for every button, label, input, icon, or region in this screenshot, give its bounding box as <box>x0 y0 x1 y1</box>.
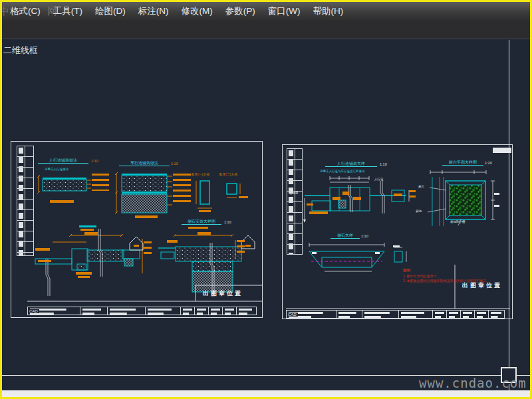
watermark-fragment: 中 <box>0 5 9 18</box>
dim-label-blur <box>38 260 51 262</box>
title-block-cell <box>180 307 195 315</box>
dim-label-blur <box>332 197 340 200</box>
menu-bar: 中 网 格式(C) 工具(T) 绘图(D) 标注(N) 修改(M) 参数(P) … <box>2 2 530 21</box>
dim-label-blur <box>409 190 416 201</box>
menu-window[interactable]: 窗口(W) <box>268 5 301 17</box>
title-block-cell <box>446 310 461 319</box>
section-mark-blur <box>245 245 251 247</box>
menu-dimension[interactable]: 标注(N) <box>138 5 169 17</box>
detail-title: 侧石大样 <box>331 233 360 239</box>
dim-label-blur <box>50 200 74 203</box>
dim-label-blur <box>494 193 499 195</box>
dim-label-blur <box>393 245 400 247</box>
title-block-cell: CAD <box>286 310 336 319</box>
viewport-visual-style-control[interactable]: 二维线框 <box>3 45 38 57</box>
menu-modify[interactable]: 修改(M) <box>182 5 213 17</box>
dim-label-blur <box>173 174 191 204</box>
dim-label-blur <box>78 276 90 278</box>
dim-label-blur <box>394 194 402 196</box>
menu-parametric[interactable]: 参数(P) <box>225 5 255 17</box>
title-block-cell <box>474 310 489 319</box>
detail-title: 车行道铺装做法 <box>119 161 170 166</box>
dim-label-blur <box>198 232 211 235</box>
subtitle-blur <box>80 229 94 231</box>
binding-strip <box>287 148 303 255</box>
menu-draw[interactable]: 绘图(D) <box>95 5 126 17</box>
title-block: CAD <box>286 310 510 319</box>
title-block-cell <box>460 310 475 319</box>
title-block-cell <box>222 307 237 315</box>
dim-label-blur <box>307 203 313 205</box>
detail-title: 人行道铺装做法 <box>38 158 88 164</box>
detail-scale: 1:10 <box>91 159 98 163</box>
detail-title: 道牙(二)大样 <box>219 172 237 176</box>
tree-grate-label: 树池防护栅 <box>450 220 466 223</box>
menu-format[interactable]: 格式(C) <box>10 5 41 17</box>
dim-label-blur <box>309 211 328 214</box>
dim-label-blur <box>342 192 349 195</box>
wall-label: 树池壁 <box>289 192 299 195</box>
title-block-cell <box>398 310 433 319</box>
detail-subtitle: 适用于人行道做法 <box>45 168 68 171</box>
dim-label-blur <box>84 232 98 235</box>
title-blur <box>79 225 96 227</box>
title-block-logo: CAD <box>29 309 39 313</box>
dim-label-blur <box>353 197 361 200</box>
title-block-cell <box>236 307 257 315</box>
status-bar <box>2 390 530 397</box>
title-block-cell <box>336 310 362 319</box>
title-block-cell <box>145 307 181 315</box>
left-drawing-sheet: 人行道铺装做法 1:10 适用于人行道做法 车行道铺装做法 1:10 道牙(一)… <box>11 141 263 318</box>
dim-label-blur <box>375 252 380 254</box>
notes-heading: 说明: <box>403 268 411 272</box>
menu-help[interactable]: 帮助(H) <box>313 5 343 17</box>
application-frame: 中 网 格式(C) 工具(T) 绘图(D) 标注(N) 修改(M) 参数(P) … <box>2 2 530 397</box>
title-block: CAD <box>27 307 262 315</box>
detail-scale: 1:10 <box>224 220 231 224</box>
detail-title: 树穴平面大样图 <box>442 160 483 166</box>
detail-scale: 1:10 <box>380 162 387 166</box>
section-mark-blur <box>134 245 139 247</box>
cad-application-window: { "menu": { "items": ["格式(C)", "工具(T)", … <box>0 0 532 399</box>
notes-line: 1. 图中尺寸均以毫米计。 <box>403 274 440 278</box>
dim-label-blur <box>494 205 499 207</box>
right-drawing-sheet: 人行道铺装大样 1:10 适用于人行道与车行道交汇处做法 人行道 树池壁 树穴平… <box>282 144 513 319</box>
detail-title: 道牙(一)大样 <box>191 172 209 176</box>
watermark-fragment: 网 <box>47 5 57 18</box>
title-block-cell <box>80 307 108 315</box>
tree-pool-label: 树池 <box>416 209 422 213</box>
dim-label-blur <box>167 240 178 243</box>
dim-label-blur <box>199 210 211 212</box>
site-watermark: www.cndao.com <box>419 376 527 390</box>
dim-label-blur <box>239 196 248 198</box>
stamp-placeholder-label: 出图章位置 <box>462 281 502 290</box>
dim-label-blur <box>237 240 245 253</box>
title-block-cell <box>488 310 505 319</box>
title-block-cell <box>432 310 447 319</box>
stamp-placeholder-label: 出图章位置 <box>203 289 243 298</box>
dim-label-blur <box>312 252 317 254</box>
title-block-cell <box>107 307 146 315</box>
dim-label-blur <box>135 215 158 218</box>
detail-scale: 1:20 <box>485 161 492 165</box>
dim-label-blur <box>35 248 50 251</box>
road-label: 人行道 <box>374 178 384 181</box>
detail-scale: 1:10 <box>171 162 178 166</box>
binding-strip <box>17 146 34 256</box>
dim-label-blur <box>76 272 92 275</box>
subtitle-blur <box>188 227 208 229</box>
detail-title: 人行道铺装大样 <box>325 162 377 167</box>
title-block-cell <box>362 310 399 319</box>
detail-scale: 1:10 <box>361 234 368 238</box>
title-block-logo: CAD <box>288 313 298 317</box>
toolbar-strip <box>2 21 530 39</box>
right-sheet-linework <box>283 145 512 319</box>
title-block-cell <box>194 307 209 315</box>
crosshair-vertical-line <box>509 40 509 367</box>
title-block-cell: CAD <box>27 307 80 315</box>
detail-subtitle: 适用于人行道与车行道交汇处做法 <box>320 170 365 173</box>
tree-pit-label: 树穴 <box>418 185 424 188</box>
drawing-viewport[interactable]: 二维线框 <box>2 40 530 390</box>
menu-tools[interactable]: 工具(T) <box>53 5 82 17</box>
title-block-cell <box>208 307 223 315</box>
